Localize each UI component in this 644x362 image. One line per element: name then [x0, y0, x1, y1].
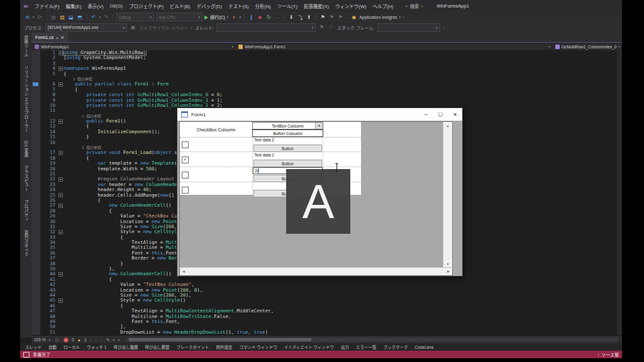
solution-platform-dropdown[interactable]: Any CPU▾: [156, 13, 203, 21]
zoom-level-dropdown[interactable]: 105 %: [34, 337, 45, 342]
editor-margin[interactable]: [31, 129, 40, 134]
menu-プロジェクト(P)[interactable]: プロジェクト(P): [126, 3, 167, 9]
editor-margin[interactable]: [31, 266, 40, 272]
process-dropdown[interactable]: [92144] WinFormsApp1.exe▾: [45, 23, 127, 32]
editor-margin[interactable]: [31, 193, 40, 198]
editor-margin[interactable]: [31, 66, 40, 71]
editor-margin[interactable]: [31, 245, 40, 250]
editor-margin[interactable]: [31, 82, 40, 87]
panel-tab[interactable]: 出力: [341, 344, 349, 350]
editor-margin[interactable]: [31, 187, 40, 192]
restart-icon[interactable]: ↻: [265, 14, 272, 21]
scroll-left-icon[interactable]: ◂: [118, 337, 119, 343]
editor-margin[interactable]: [31, 98, 40, 103]
editor-margin[interactable]: [31, 293, 40, 298]
panel-tab[interactable]: イミディエイト ウィンドウ: [284, 344, 334, 350]
editor-margin[interactable]: [31, 229, 40, 234]
toolbar-overflow-icon[interactable]: ⌄: [402, 15, 405, 19]
editor-margin[interactable]: [31, 172, 40, 177]
editor-margin[interactable]: [31, 150, 40, 155]
editor-margin[interactable]: [31, 298, 40, 303]
minimize-button[interactable]: ─: [419, 108, 433, 121]
panel-tab[interactable]: スレッド: [25, 344, 42, 350]
scroll-left-icon[interactable]: ◄: [180, 268, 187, 275]
editor-margin[interactable]: [31, 134, 40, 140]
side-tab[interactable]: プロパティ: [23, 200, 29, 222]
editor-margin[interactable]: [31, 140, 40, 145]
scrollbar-thumb[interactable]: [129, 338, 311, 341]
new-file-icon[interactable]: ▤: [50, 14, 57, 21]
panel-tab[interactable]: CodeLens: [415, 345, 434, 349]
collapse-icon[interactable]: [58, 119, 63, 124]
side-tab[interactable]: ソリューション エクスプローラー: [23, 65, 29, 133]
editor-margin[interactable]: [31, 119, 40, 124]
menu-ファイル(F)[interactable]: ファイル(F): [31, 3, 63, 9]
side-tab[interactable]: 診断ツール: [23, 35, 29, 57]
grid-vertical-scrollbar[interactable]: ▲ ▼: [443, 122, 452, 268]
panel-tab[interactable]: 呼び出し階層: [113, 344, 138, 350]
collapse-icon[interactable]: [58, 51, 63, 55]
editor-margin[interactable]: [31, 167, 40, 172]
panel-tab[interactable]: エラー一覧: [356, 344, 377, 350]
panel-tab[interactable]: ウォッチ 1: [87, 344, 106, 350]
codelens-references[interactable]: 3 個の参照: [64, 77, 92, 81]
editor-margin[interactable]: [31, 198, 40, 203]
menu-ビルド(B)[interactable]: ビルド(B): [167, 3, 194, 9]
editor-margin[interactable]: [31, 277, 40, 282]
redo-icon[interactable]: ↷: [103, 14, 109, 21]
continue-button[interactable]: ▶ 続行(C) ▾: [204, 14, 228, 20]
checkbox-column-header[interactable]: CheckBox Culoumn: [180, 122, 253, 137]
editor-margin[interactable]: [31, 282, 40, 287]
tab-form1-cs[interactable]: Form1.cs ● ✕: [31, 33, 68, 42]
application-insights-button[interactable]: Application Insights: [359, 15, 397, 19]
editor-margin[interactable]: [31, 219, 40, 224]
menu-編集(E)[interactable]: 編集(E): [63, 3, 85, 9]
editor-margin[interactable]: [31, 288, 40, 293]
collapse-icon[interactable]: [58, 67, 63, 71]
editor-margin[interactable]: [31, 108, 40, 113]
button-column-header[interactable]: Button Culoumn: [252, 129, 323, 137]
stop-debugging-icon[interactable]: ■: [257, 14, 264, 21]
editor-margin[interactable]: [31, 87, 40, 92]
hot-reload-icon[interactable]: ♦: [230, 14, 237, 21]
row-checkbox[interactable]: [182, 141, 189, 148]
chevron-down-icon[interactable]: ▾: [399, 15, 401, 19]
editor-margin[interactable]: [31, 114, 40, 119]
editor-margin[interactable]: [31, 304, 40, 309]
navigate-back-icon[interactable]: ⟲: [24, 14, 31, 21]
editor-margin[interactable]: [31, 61, 40, 66]
thread-dropdown[interactable]: ▾: [216, 23, 316, 32]
step-into-icon[interactable]: ⬇: [288, 14, 295, 21]
open-file-icon[interactable]: ▨: [59, 14, 66, 21]
show-next-statement-icon[interactable]: →: [274, 14, 281, 21]
chevron-down-icon[interactable]: ▾: [99, 15, 101, 19]
editor-margin[interactable]: [31, 203, 40, 208]
collapse-icon[interactable]: [58, 299, 63, 303]
menu-デバッグ(D)[interactable]: デバッグ(D): [194, 3, 225, 9]
edit-mode-icon[interactable]: ✎: [106, 337, 109, 343]
feedback-icon[interactable]: [23, 352, 30, 358]
editor-margin[interactable]: [31, 156, 40, 161]
search-box[interactable]: ⌕ 検索 ▾: [405, 3, 423, 9]
scroll-right-icon[interactable]: ►: [445, 268, 452, 275]
collapse-icon[interactable]: [58, 151, 63, 155]
save-icon[interactable]: ⬓: [68, 14, 75, 21]
panel-tab[interactable]: コマンド ウィンドウ: [239, 344, 277, 350]
editor-margin[interactable]: [31, 261, 40, 266]
panel-tab[interactable]: 例外設定: [216, 344, 232, 350]
editor-margin[interactable]: [31, 309, 40, 314]
button-cell[interactable]: Button: [253, 145, 322, 152]
undo-icon[interactable]: ↶: [91, 14, 97, 21]
error-count[interactable]: 0: [72, 337, 74, 342]
toolbar-overflow-icon[interactable]: ⌄: [346, 15, 348, 19]
editor-margin[interactable]: [31, 256, 40, 261]
menu-テスト(S)[interactable]: テスト(S): [225, 3, 252, 9]
textbox-column-header-dropdown[interactable]: TextBox Culoumn ▼: [252, 122, 323, 129]
step-out-icon[interactable]: ⬆: [306, 14, 313, 21]
next-issue-icon[interactable]: ↓: [95, 337, 97, 342]
panel-tab[interactable]: 自動: [48, 344, 57, 350]
dropdown-arrow-icon[interactable]: ▼: [315, 123, 323, 129]
chevron-down-icon[interactable]: ▾: [239, 15, 241, 19]
source-control-label[interactable]: ソース管: [601, 351, 619, 358]
close-button[interactable]: ✕: [448, 108, 462, 121]
